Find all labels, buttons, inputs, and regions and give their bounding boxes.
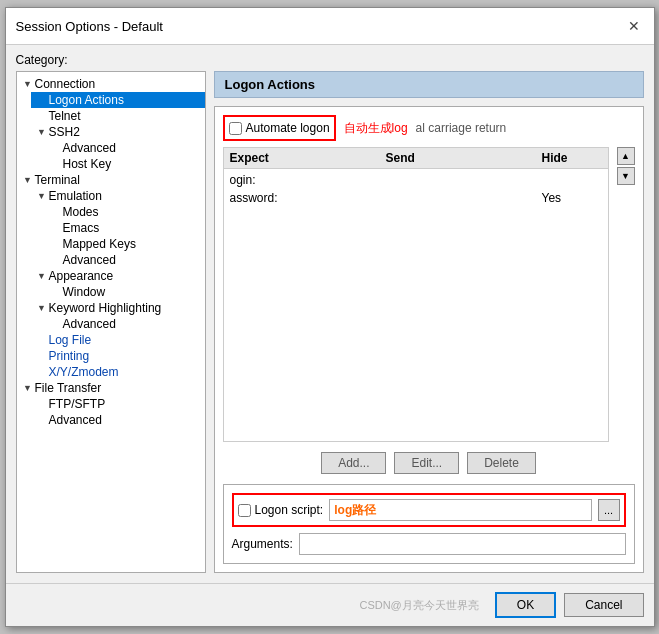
scroll-buttons: ▲ ▼: [617, 147, 635, 442]
tree-label-ssh2: SSH2: [49, 125, 80, 139]
close-button[interactable]: ✕: [624, 16, 644, 36]
ok-button[interactable]: OK: [495, 592, 556, 618]
logon-table: Expect Send Hide ogin: assword:: [223, 147, 609, 442]
tree-item-ssh2[interactable]: ▼ SSH2: [31, 124, 205, 140]
tree-label-advanced-ft: Advanced: [49, 413, 102, 427]
expander-file-transfer: ▼: [21, 383, 35, 393]
tree-label-advanced-emu: Advanced: [63, 253, 116, 267]
expander-appearance: ▼: [35, 271, 49, 281]
tree-label-mapped-keys: Mapped Keys: [63, 237, 136, 251]
tree-item-window[interactable]: Window: [45, 284, 205, 300]
tree-item-logon-actions[interactable]: Logon Actions: [31, 92, 205, 108]
automate-red-note: 自动生成log: [344, 120, 408, 137]
tree-label-host-key: Host Key: [63, 157, 112, 171]
automate-logon-checkbox[interactable]: [229, 122, 242, 135]
scroll-down-button[interactable]: ▼: [617, 167, 635, 185]
tree-label-advanced-kw: Advanced: [63, 317, 116, 331]
delete-button[interactable]: Delete: [467, 452, 536, 474]
tree-label-keyword-highlighting: Keyword Highlighting: [49, 301, 162, 315]
tree-item-telnet[interactable]: Telnet: [31, 108, 205, 124]
edit-button[interactable]: Edit...: [394, 452, 459, 474]
tree-item-terminal[interactable]: ▼ Terminal: [17, 172, 205, 188]
row1-hide: Yes: [542, 191, 602, 205]
col-expect: Expect: [230, 151, 386, 165]
arguments-label: Arguments:: [232, 537, 293, 551]
tree-label-emacs: Emacs: [63, 221, 100, 235]
table-row[interactable]: ogin:: [230, 171, 602, 189]
tree-item-xyz[interactable]: X/Y/Zmodem: [31, 364, 205, 380]
automate-logon-label: Automate logon: [246, 121, 330, 135]
row0-hide: [542, 173, 602, 187]
tree-item-log-file[interactable]: Log File: [31, 332, 205, 348]
tree-item-modes[interactable]: Modes: [45, 204, 205, 220]
row0-expect: ogin:: [230, 173, 386, 187]
right-panel: Logon Actions Automate logon 自动生成log al …: [214, 71, 644, 573]
tree-label-ftp-sftp: FTP/SFTP: [49, 397, 106, 411]
tree-item-ftp-sftp[interactable]: FTP/SFTP: [31, 396, 205, 412]
col-hide: Hide: [542, 151, 602, 165]
tree-label-logon-actions: Logon Actions: [49, 93, 124, 107]
watermark: CSDN@月亮今天世界亮: [359, 598, 478, 613]
tree-label-window: Window: [63, 285, 106, 299]
section-body: Automate logon 自动生成log al carriage retur…: [214, 106, 644, 573]
tree-item-printing[interactable]: Printing: [31, 348, 205, 364]
tree-item-advanced-kw[interactable]: Advanced: [45, 316, 205, 332]
tree-label-connection: Connection: [35, 77, 96, 91]
automate-gray-note: al carriage return: [416, 121, 507, 135]
logon-script-label: Logon script:: [255, 503, 324, 517]
cancel-button[interactable]: Cancel: [564, 593, 643, 617]
arguments-input[interactable]: [299, 533, 626, 555]
tree-label-printing: Printing: [49, 349, 90, 363]
tree-label-terminal: Terminal: [35, 173, 80, 187]
tree-label-telnet: Telnet: [49, 109, 81, 123]
logon-script-checkbox[interactable]: [238, 504, 251, 517]
automate-logon-row: Automate logon: [223, 115, 336, 141]
tree-item-host-key[interactable]: Host Key: [45, 156, 205, 172]
expander-terminal: ▼: [21, 175, 35, 185]
tree-item-advanced-ssh2[interactable]: Advanced: [45, 140, 205, 156]
tree-panel: ▼ Connection Logon Actions Telnet ▼ SSH2…: [16, 71, 206, 573]
logon-script-checkbox-label[interactable]: Logon script:: [238, 503, 324, 517]
logon-script-row: Logon script: ...: [232, 493, 626, 527]
row1-send: [386, 191, 542, 205]
tree-item-emulation[interactable]: ▼ Emulation: [31, 188, 205, 204]
col-send: Send: [386, 151, 542, 165]
tree-item-appearance[interactable]: ▼ Appearance: [31, 268, 205, 284]
tree-label-xyz: X/Y/Zmodem: [49, 365, 119, 379]
row1-expect: assword:: [230, 191, 386, 205]
expander-ssh2: ▼: [35, 127, 49, 137]
arguments-row: Arguments:: [232, 533, 626, 555]
tree-item-keyword-highlighting[interactable]: ▼ Keyword Highlighting: [31, 300, 205, 316]
action-buttons: Add... Edit... Delete: [223, 448, 635, 478]
tree-label-advanced-ssh2: Advanced: [63, 141, 116, 155]
tree-item-advanced-emu[interactable]: Advanced: [45, 252, 205, 268]
category-label: Category:: [6, 45, 654, 71]
tree-label-appearance: Appearance: [49, 269, 114, 283]
title-bar: Session Options - Default ✕: [6, 8, 654, 45]
main-content: ▼ Connection Logon Actions Telnet ▼ SSH2…: [6, 71, 654, 583]
tree-item-connection[interactable]: ▼ Connection: [17, 76, 205, 92]
section-header: Logon Actions: [214, 71, 644, 98]
table-row[interactable]: assword: Yes: [230, 189, 602, 207]
tree-label-emulation: Emulation: [49, 189, 102, 203]
tree-label-file-transfer: File Transfer: [35, 381, 102, 395]
expander-emulation: ▼: [35, 191, 49, 201]
table-header: Expect Send Hide: [224, 148, 608, 169]
expander-kw: ▼: [35, 303, 49, 313]
scroll-up-button[interactable]: ▲: [617, 147, 635, 165]
logon-script-input[interactable]: [329, 499, 591, 521]
add-button[interactable]: Add...: [321, 452, 386, 474]
script-section: Logon script: ... Arguments:: [223, 484, 635, 564]
logon-table-container: Expect Send Hide ogin: assword:: [223, 147, 635, 442]
row0-send: [386, 173, 542, 187]
tree-item-advanced-ft[interactable]: Advanced: [31, 412, 205, 428]
table-body: ogin: assword: Yes: [224, 169, 608, 441]
automate-logon-checkbox-label[interactable]: Automate logon: [229, 121, 330, 135]
dialog: Session Options - Default ✕ Category: ▼ …: [5, 7, 655, 627]
expander-connection: ▼: [21, 79, 35, 89]
footer: CSDN@月亮今天世界亮 OK Cancel: [6, 583, 654, 626]
tree-item-emacs[interactable]: Emacs: [45, 220, 205, 236]
tree-item-mapped-keys[interactable]: Mapped Keys: [45, 236, 205, 252]
tree-item-file-transfer[interactable]: ▼ File Transfer: [17, 380, 205, 396]
browse-button[interactable]: ...: [598, 499, 620, 521]
